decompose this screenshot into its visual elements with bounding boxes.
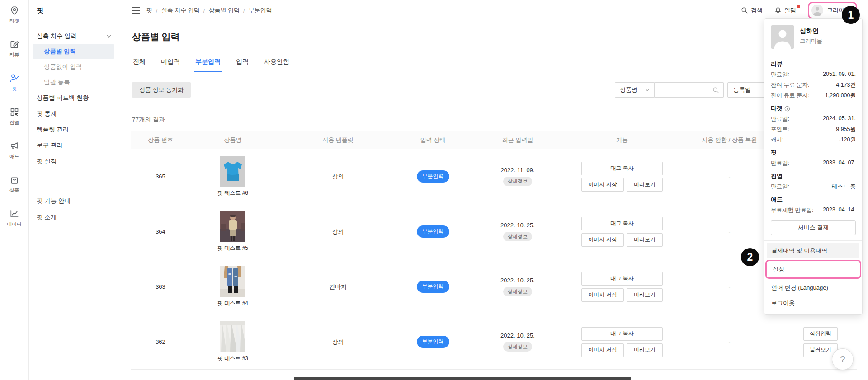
- sidebar-item-no-product-input[interactable]: 상품없이 입력: [29, 59, 118, 75]
- help-button[interactable]: ?: [832, 348, 854, 370]
- product-thumbnail[interactable]: [220, 156, 245, 187]
- applied-template: 상의: [276, 173, 400, 181]
- menu-item-logout[interactable]: 로그아웃: [767, 296, 859, 311]
- preview-button[interactable]: 미리보기: [627, 288, 663, 302]
- status-badge: 부분입력: [417, 281, 449, 293]
- section-ad: 애드 무료체험 만료일:2023. 04. 14.: [764, 191, 862, 214]
- service-payment-button[interactable]: 서비스 결제: [771, 220, 856, 235]
- sidebar-item-fit-guide[interactable]: 핏 기능 안내: [29, 193, 118, 209]
- breadcrumb-measure-input[interactable]: 실측 치수 입력: [161, 6, 200, 14]
- section-display: 진열 만료일:테스트 중: [764, 167, 862, 191]
- product-name[interactable]: 핏 테스트 #5: [217, 244, 248, 252]
- search-icon[interactable]: [712, 87, 719, 94]
- tag-copy-button[interactable]: 태그 복사: [581, 162, 663, 175]
- preview-button[interactable]: 미리보기: [627, 233, 663, 247]
- menu-item-billing-history[interactable]: 결제내역 및 이용내역: [767, 243, 859, 258]
- breadcrumb-partial-input[interactable]: 부분입력: [249, 6, 272, 14]
- product-name[interactable]: 핏 테스트 #6: [217, 189, 248, 197]
- tab-all[interactable]: 전체: [132, 54, 146, 72]
- tag-copy-button[interactable]: 태그 복사: [581, 327, 663, 341]
- annotation-step-2: 2: [741, 248, 759, 266]
- product-sync-button[interactable]: 상품 정보 동기화: [132, 82, 191, 98]
- rail-item-target[interactable]: 타겟: [9, 5, 19, 24]
- section-fit: 핏 만료일:2033. 04. 07.: [764, 144, 862, 167]
- tab-not-entered[interactable]: 미입력: [160, 54, 181, 72]
- sidebar-item-fit-intro[interactable]: 핏 소개: [29, 209, 118, 225]
- menu-item-language[interactable]: 언어 변경 (Language): [767, 280, 859, 296]
- table-row: 365 핏 테스트 #6 상의 부분입력 2022. 11. 09. 상세정보 …: [131, 149, 857, 204]
- tab-disabled[interactable]: 사용안함: [263, 54, 290, 72]
- image-save-button[interactable]: 이미지 저장: [581, 343, 624, 357]
- table-row: 362 핏 테스트 #3 상의 부분입력 2022. 10. 25. 상세정보 …: [131, 314, 857, 370]
- product-thumbnail[interactable]: [220, 211, 245, 242]
- detail-info-badge[interactable]: 상세정보: [503, 342, 532, 352]
- rail-item-ad[interactable]: 애드: [9, 141, 19, 160]
- info-icon[interactable]: [784, 106, 790, 112]
- sidebar-item-bulk-register[interactable]: 일괄 등록: [29, 75, 118, 90]
- bell-icon: [774, 7, 782, 14]
- detail-info-badge[interactable]: 상세정보: [503, 287, 532, 296]
- product-name[interactable]: 핏 테스트 #4: [217, 300, 248, 307]
- tab-entered[interactable]: 입력: [235, 54, 250, 72]
- search-icon: [741, 7, 748, 14]
- chevron-down-icon: [645, 89, 650, 92]
- status-badge: 부분입력: [417, 170, 449, 183]
- product-thumbnail[interactable]: [220, 266, 245, 297]
- last-input-date: 2022. 11. 09.: [501, 167, 535, 174]
- product-name[interactable]: 핏 테스트 #3: [217, 355, 248, 362]
- last-input-date: 2022. 10. 25.: [500, 277, 535, 284]
- applied-template: 상의: [276, 228, 400, 236]
- preview-button[interactable]: 미리보기: [627, 343, 663, 357]
- restore-cell: -: [675, 338, 784, 345]
- product-no: 363: [131, 283, 190, 290]
- sidebar-item-fit-stats[interactable]: 핏 통계: [29, 106, 118, 122]
- sidebar-item-template-manage[interactable]: 템플릿 관리: [29, 122, 118, 137]
- last-input-date: 2022. 10. 25.: [500, 222, 535, 229]
- sidebar-item-feedback-status[interactable]: 상품별 피드백 현황: [29, 90, 118, 106]
- main-content: 핏/ 실측 치수 입력/ 상품별 입력/ 부분입력 검색 알림 크리마몰 상품: [118, 0, 868, 380]
- annotation-step-1: 1: [842, 6, 860, 24]
- preview-button[interactable]: 미리보기: [627, 178, 663, 192]
- product-search-box: [655, 82, 724, 98]
- image-save-button[interactable]: 이미지 저장: [581, 233, 624, 247]
- tag-copy-button[interactable]: 태그 복사: [581, 217, 663, 230]
- sidebar-item-product-input[interactable]: 상품별 입력: [33, 44, 114, 59]
- notification-badge: [797, 5, 800, 8]
- menu-item-settings[interactable]: 설정: [767, 261, 860, 277]
- search-field-select[interactable]: 상품명: [615, 82, 655, 98]
- product-bag-icon: [9, 175, 19, 185]
- tab-partial-entered[interactable]: 부분입력: [194, 54, 222, 72]
- fit-sidebar: 핏 실측 치수 입력 상품별 입력 상품없이 입력 일괄 등록 상품별 피드백 …: [29, 0, 118, 380]
- detail-info-badge[interactable]: 상세정보: [503, 177, 532, 186]
- sidebar-item-text-manage[interactable]: 문구 관리: [29, 137, 118, 153]
- data-chart-icon: [9, 209, 19, 219]
- ad-megaphone-icon: [9, 141, 19, 151]
- rail-item-product[interactable]: 상품: [9, 175, 19, 194]
- breadcrumb-fit[interactable]: 핏: [146, 6, 152, 14]
- product-search-input[interactable]: [658, 83, 712, 97]
- page-title: 상품별 입력: [118, 21, 868, 43]
- result-count: 77개의 결과: [132, 116, 868, 124]
- avatar: [811, 5, 823, 16]
- image-save-button[interactable]: 이미지 저장: [581, 178, 624, 192]
- global-search-button[interactable]: 검색: [741, 6, 763, 14]
- status-badge: 부분입력: [417, 225, 449, 238]
- rail-item-display[interactable]: 진열: [9, 107, 19, 126]
- horizontal-scrollbar[interactable]: [294, 377, 631, 380]
- detail-info-badge[interactable]: 상세정보: [503, 232, 532, 241]
- sidebar-item-fit-settings[interactable]: 핏 설정: [29, 153, 118, 169]
- rail-item-review[interactable]: 리뷰: [9, 39, 19, 58]
- hamburger-menu-icon[interactable]: [132, 7, 140, 14]
- rail-item-fit[interactable]: 핏: [9, 73, 19, 92]
- image-save-button[interactable]: 이미지 저장: [581, 288, 624, 302]
- tag-copy-button[interactable]: 태그 복사: [581, 272, 663, 286]
- display-grid-icon: [9, 107, 19, 117]
- notification-button[interactable]: 알림: [774, 6, 796, 14]
- product-no: 365: [131, 173, 190, 180]
- sidebar-group-measure-input[interactable]: 실측 치수 입력: [29, 28, 118, 44]
- rail-item-data[interactable]: 데이터: [7, 209, 22, 228]
- breadcrumb-product-input[interactable]: 상품별 입력: [208, 6, 240, 14]
- user-name: 심하연: [800, 27, 822, 35]
- direct-input-button[interactable]: 직접입력: [803, 327, 838, 341]
- product-thumbnail[interactable]: [220, 321, 245, 352]
